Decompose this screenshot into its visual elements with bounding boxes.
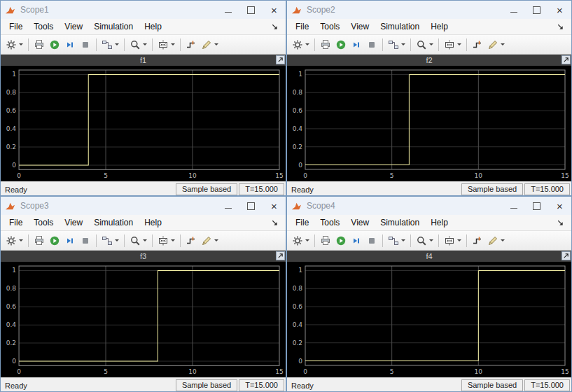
step-forward-icon[interactable] xyxy=(349,234,364,248)
settings-gear-icon[interactable] xyxy=(4,234,25,248)
stop-icon[interactable] xyxy=(78,234,93,248)
step-forward-icon[interactable] xyxy=(349,38,364,52)
dropdown-caret-icon[interactable] xyxy=(457,43,461,46)
dropdown-caret-icon[interactable] xyxy=(115,43,119,46)
signal-selector-icon[interactable] xyxy=(386,234,407,248)
dropdown-caret-icon[interactable] xyxy=(305,239,309,241)
dock-arrow-icon[interactable] xyxy=(271,219,279,227)
expand-plot-icon[interactable] xyxy=(276,251,285,260)
menu-help[interactable]: Help xyxy=(139,216,167,229)
menu-help[interactable]: Help xyxy=(139,20,167,33)
zoom-icon[interactable] xyxy=(127,234,149,248)
run-icon[interactable] xyxy=(47,234,62,248)
expand-plot-icon[interactable] xyxy=(561,251,571,260)
menu-tools[interactable]: Tools xyxy=(314,216,345,229)
menu-file[interactable]: File xyxy=(290,216,314,229)
menu-file[interactable]: File xyxy=(4,216,28,229)
dropdown-caret-icon[interactable] xyxy=(214,43,218,46)
dropdown-caret-icon[interactable] xyxy=(19,43,23,46)
signal-selector-icon[interactable] xyxy=(386,38,407,52)
settings-gear-icon[interactable] xyxy=(290,38,312,52)
stop-icon[interactable] xyxy=(78,38,93,52)
dropdown-caret-icon[interactable] xyxy=(501,239,505,241)
run-icon[interactable] xyxy=(333,234,349,248)
fit-view-icon[interactable] xyxy=(155,38,177,52)
measurements-icon[interactable] xyxy=(485,234,507,248)
dropdown-caret-icon[interactable] xyxy=(143,239,147,241)
signal-selector-icon[interactable] xyxy=(99,234,121,248)
close-button[interactable]: × xyxy=(263,1,286,19)
menu-simulation[interactable]: Simulation xyxy=(375,20,425,33)
menu-view[interactable]: View xyxy=(59,216,88,229)
minimize-button[interactable] xyxy=(502,197,525,215)
trigger-icon[interactable] xyxy=(470,234,485,248)
measurements-icon[interactable] xyxy=(485,38,507,52)
menu-tools[interactable]: Tools xyxy=(28,20,59,33)
dropdown-caret-icon[interactable] xyxy=(143,43,147,46)
titlebar[interactable]: Scope4 × xyxy=(287,197,571,215)
dock-arrow-icon[interactable] xyxy=(557,219,564,227)
maximize-button[interactable] xyxy=(525,197,548,215)
dropdown-caret-icon[interactable] xyxy=(429,43,433,46)
expand-plot-icon[interactable] xyxy=(276,55,285,64)
close-button[interactable]: × xyxy=(548,1,571,19)
menu-help[interactable]: Help xyxy=(425,216,454,229)
maximize-button[interactable] xyxy=(239,197,263,215)
print-icon[interactable] xyxy=(32,38,47,52)
measurements-icon[interactable] xyxy=(199,234,221,248)
minimize-button[interactable] xyxy=(502,1,525,19)
expand-plot-icon[interactable] xyxy=(561,55,571,64)
menu-view[interactable]: View xyxy=(345,216,375,229)
menu-view[interactable]: View xyxy=(59,20,88,33)
titlebar[interactable]: Scope1 × xyxy=(1,1,286,19)
menu-tools[interactable]: Tools xyxy=(28,216,59,229)
dropdown-caret-icon[interactable] xyxy=(171,239,175,241)
stop-icon[interactable] xyxy=(364,234,379,248)
dropdown-caret-icon[interactable] xyxy=(115,239,119,241)
zoom-icon[interactable] xyxy=(127,38,149,52)
print-icon[interactable] xyxy=(318,38,333,52)
zoom-icon[interactable] xyxy=(414,38,435,52)
menu-view[interactable]: View xyxy=(345,20,375,33)
titlebar[interactable]: Scope2 × xyxy=(287,1,571,19)
dock-arrow-icon[interactable] xyxy=(271,23,279,31)
dropdown-caret-icon[interactable] xyxy=(429,239,433,241)
print-icon[interactable] xyxy=(32,234,47,248)
zoom-icon[interactable] xyxy=(414,234,435,248)
trigger-icon[interactable] xyxy=(470,38,485,52)
menu-simulation[interactable]: Simulation xyxy=(88,20,139,33)
print-icon[interactable] xyxy=(318,234,333,248)
settings-gear-icon[interactable] xyxy=(4,38,25,52)
dropdown-caret-icon[interactable] xyxy=(457,239,461,241)
minimize-button[interactable] xyxy=(216,1,239,19)
dropdown-caret-icon[interactable] xyxy=(305,43,309,46)
maximize-button[interactable] xyxy=(239,1,263,19)
run-icon[interactable] xyxy=(47,38,62,52)
titlebar[interactable]: Scope3 × xyxy=(1,197,286,215)
minimize-button[interactable] xyxy=(216,197,239,215)
dock-arrow-icon[interactable] xyxy=(557,23,564,31)
settings-gear-icon[interactable] xyxy=(290,234,312,248)
stop-icon[interactable] xyxy=(364,38,379,52)
menu-simulation[interactable]: Simulation xyxy=(88,216,139,229)
menu-simulation[interactable]: Simulation xyxy=(375,216,425,229)
run-icon[interactable] xyxy=(333,38,349,52)
maximize-button[interactable] xyxy=(525,1,548,19)
menu-file[interactable]: File xyxy=(290,20,314,33)
close-button[interactable]: × xyxy=(263,197,286,215)
dropdown-caret-icon[interactable] xyxy=(401,43,405,46)
step-forward-icon[interactable] xyxy=(62,234,78,248)
dropdown-caret-icon[interactable] xyxy=(401,239,405,241)
menu-tools[interactable]: Tools xyxy=(314,20,345,33)
trigger-icon[interactable] xyxy=(183,38,199,52)
close-button[interactable]: × xyxy=(548,197,571,215)
fit-view-icon[interactable] xyxy=(442,234,463,248)
measurements-icon[interactable] xyxy=(199,38,221,52)
dropdown-caret-icon[interactable] xyxy=(501,43,505,46)
fit-view-icon[interactable] xyxy=(442,38,463,52)
signal-selector-icon[interactable] xyxy=(99,38,121,52)
dropdown-caret-icon[interactable] xyxy=(19,239,23,241)
dropdown-caret-icon[interactable] xyxy=(171,43,175,46)
trigger-icon[interactable] xyxy=(183,234,199,248)
fit-view-icon[interactable] xyxy=(155,234,177,248)
